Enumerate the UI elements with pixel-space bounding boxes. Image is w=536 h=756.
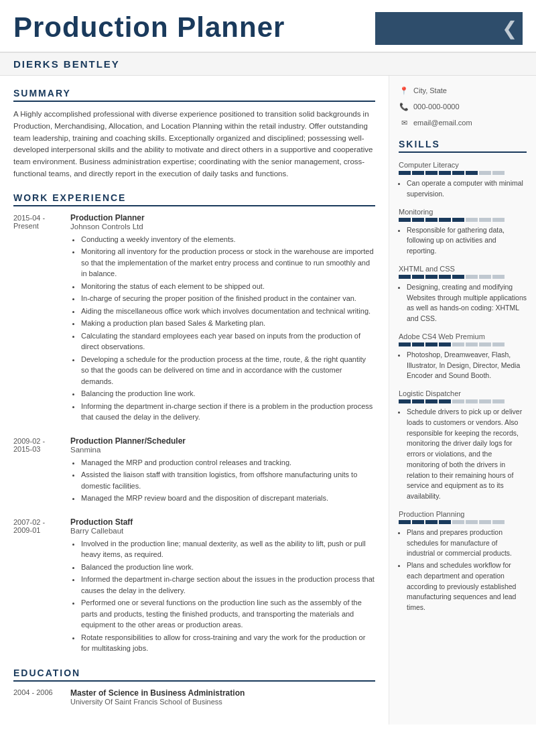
skill-bullet: Schedule drivers to pick up or deliver l… — [407, 407, 527, 502]
summary-text: A Highly accomplished professional with … — [13, 109, 375, 180]
contact-location: 📍 City, State — [399, 85, 527, 96]
skill-segment — [479, 171, 491, 175]
bullet: Performed one or several functions on th… — [81, 597, 375, 631]
edu-item-1: 2004 - 2006 Master of Science in Busines… — [13, 688, 375, 706]
skill-bullet: Photoshop, Dreamweaver, Flash, Illustrat… — [407, 350, 527, 381]
edu-degree-1: Master of Science in Business Administra… — [70, 688, 375, 698]
skill-bar-5 — [399, 520, 527, 524]
skill-segment — [452, 218, 464, 222]
job-title-2: Production Planner/Scheduler — [70, 436, 375, 446]
skill-name-5: Production Planning — [399, 510, 527, 518]
skill-segment — [479, 275, 491, 279]
skill-segment — [492, 342, 505, 346]
skill-bar-3 — [399, 342, 527, 346]
header: Production Planner ❮ — [0, 0, 536, 53]
skill-segment — [479, 399, 491, 403]
page-title: Production Planner — [13, 12, 375, 43]
main-content: SUMMARY A Highly accomplished profession… — [0, 76, 536, 724]
skill-name-0: Computer Literacy — [399, 161, 527, 169]
contact-location-text: City, State — [413, 86, 447, 94]
skill-segment — [492, 275, 505, 279]
job-title-1: Production Planner — [70, 213, 375, 223]
phone-icon: 📞 — [399, 101, 409, 112]
skill-item-3: Adobe CS4 Web PremiumPhotoshop, Dreamwea… — [399, 332, 527, 381]
job-company-2: Sanmina — [70, 446, 375, 454]
header-left: Production Planner — [13, 12, 375, 45]
skill-bullets-0: Can operate a computer with minimal supe… — [399, 178, 527, 200]
skill-segment — [425, 218, 438, 222]
skill-segment — [452, 399, 464, 403]
bullet: Developing a schedule for the production… — [81, 354, 375, 387]
bullet: Monitoring all inventory for the product… — [81, 246, 375, 279]
work-item-1: 2015-04 - Present Production Planner Joh… — [13, 213, 375, 424]
work-details-2: Production Planner/Scheduler Sanmina Man… — [70, 436, 375, 505]
bullet: Managed the MRP and production control r… — [81, 457, 375, 468]
bullet: Balanced the production line work. — [81, 562, 375, 573]
skill-bullets-5: Plans and prepares production schedules … — [399, 527, 527, 613]
skill-segment — [479, 342, 491, 346]
bullet: Managed the MRP review board and the dis… — [81, 493, 375, 504]
skill-segment — [412, 275, 424, 279]
skill-segment — [399, 171, 411, 175]
summary-heading: SUMMARY — [13, 88, 375, 102]
skill-segment — [399, 342, 411, 346]
bullet: Rotate responsibilities to allow for cro… — [81, 632, 375, 654]
skill-segment — [439, 342, 451, 346]
skill-bullets-3: Photoshop, Dreamweaver, Flash, Illustrat… — [399, 350, 527, 381]
contact-phone-text: 000-000-0000 — [413, 103, 460, 111]
skill-bullet: Can operate a computer with minimal supe… — [407, 178, 527, 200]
skill-segment — [412, 399, 424, 403]
skill-segment — [425, 275, 438, 279]
bullet: Making a production plan based Sales & M… — [81, 318, 375, 329]
skill-item-0: Computer LiteracyCan operate a computer … — [399, 161, 527, 200]
skill-segment — [412, 520, 424, 524]
skill-segment — [452, 520, 464, 524]
name-bar: DIERKS BENTLEY — [0, 53, 536, 76]
skill-bar-2 — [399, 275, 527, 279]
skill-segment — [412, 218, 424, 222]
skill-segment — [479, 218, 491, 222]
job-bullets-3: Involved in the production line; manual … — [70, 538, 375, 654]
skill-segment — [479, 520, 491, 524]
bullet: Monitoring the status of each element to… — [81, 281, 375, 292]
email-icon: ✉ — [399, 117, 409, 128]
skill-segment — [439, 520, 451, 524]
skill-segment — [492, 218, 505, 222]
contact-email-text: email@email.com — [413, 119, 472, 127]
skill-segment — [399, 520, 411, 524]
job-company-3: Barry Callebaut — [70, 527, 375, 535]
skill-segment — [412, 171, 424, 175]
skill-name-4: Logistic Dispatcher — [399, 389, 527, 397]
skill-item-1: MonitoringResponsible for gathering data… — [399, 208, 527, 257]
skill-segment — [425, 399, 438, 403]
location-icon: 📍 — [399, 85, 409, 96]
work-details-3: Production Staff Barry Callebaut Involve… — [70, 517, 375, 655]
bullet: In-charge of securing the proper positio… — [81, 293, 375, 304]
skill-segment — [466, 342, 478, 346]
bullet: Conducting a weekly inventory of the ele… — [81, 234, 375, 245]
contact-email: ✉ email@email.com — [399, 117, 527, 128]
bullet: Informing the department in-charge secti… — [81, 401, 375, 423]
skill-bullet: Plans and schedules workflow for each de… — [407, 560, 527, 613]
edu-details-1: Master of Science in Business Administra… — [70, 688, 375, 706]
skill-name-3: Adobe CS4 Web Premium — [399, 332, 527, 340]
skill-bullet: Designing, creating and modifying Websit… — [407, 282, 527, 324]
skill-bullets-4: Schedule drivers to pick up or deliver l… — [399, 407, 527, 502]
skill-segment — [425, 342, 438, 346]
job-company-1: Johnson Controls Ltd — [70, 223, 375, 231]
left-column: SUMMARY A Highly accomplished profession… — [0, 76, 389, 724]
skill-segment — [412, 342, 424, 346]
skill-segment — [399, 275, 411, 279]
bullet: Aiding the miscellaneous office work whi… — [81, 306, 375, 317]
bullet: Informed the department in-charge sectio… — [81, 574, 375, 596]
skill-segment — [425, 171, 438, 175]
right-column: 📍 City, State 📞 000-000-0000 ✉ email@ema… — [389, 76, 536, 724]
skill-segment — [425, 520, 438, 524]
skill-segment — [466, 520, 478, 524]
chevron-icon: ❮ — [496, 12, 523, 45]
skill-segment — [452, 171, 464, 175]
skill-segment — [466, 171, 478, 175]
skill-segment — [399, 399, 411, 403]
work-item-3: 2007-02 - 2009-01 Production Staff Barry… — [13, 517, 375, 655]
skill-segment — [492, 399, 505, 403]
